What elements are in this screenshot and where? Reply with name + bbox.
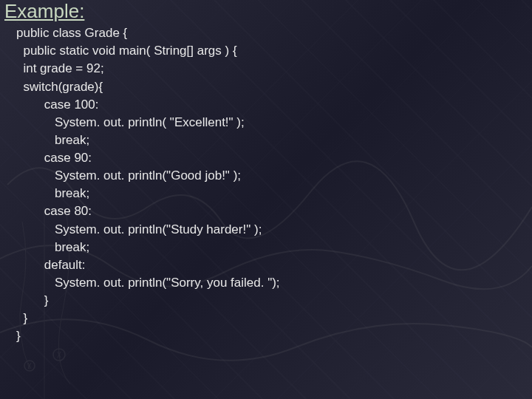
code-line: } xyxy=(16,327,532,345)
code-line: switch(grade){ xyxy=(16,78,532,96)
code-line: int grade = 92; xyxy=(16,60,532,78)
code-line: System. out. println("Sorry, you failed.… xyxy=(16,274,532,292)
slide-heading: Example: xyxy=(0,0,532,23)
code-line: case 100: xyxy=(16,96,532,114)
code-line: break; xyxy=(16,239,532,256)
code-line: public class Grade { xyxy=(16,24,532,42)
code-line: System. out. println("Good job!" ); xyxy=(16,167,532,185)
code-line: break; xyxy=(16,132,532,149)
code-example: public class Grade { public static void … xyxy=(0,23,532,345)
code-line: case 80: xyxy=(16,202,532,220)
code-line: } xyxy=(16,292,532,310)
code-line: System. out. println("Study harder!" ); xyxy=(16,221,532,239)
code-line: } xyxy=(16,310,532,327)
code-line: System. out. println( "Excellent!" ); xyxy=(16,114,532,132)
code-line: break; xyxy=(16,185,532,202)
code-line: case 90: xyxy=(16,149,532,167)
code-line: public static void main( String[] args )… xyxy=(16,42,532,60)
code-line: default: xyxy=(16,256,532,274)
